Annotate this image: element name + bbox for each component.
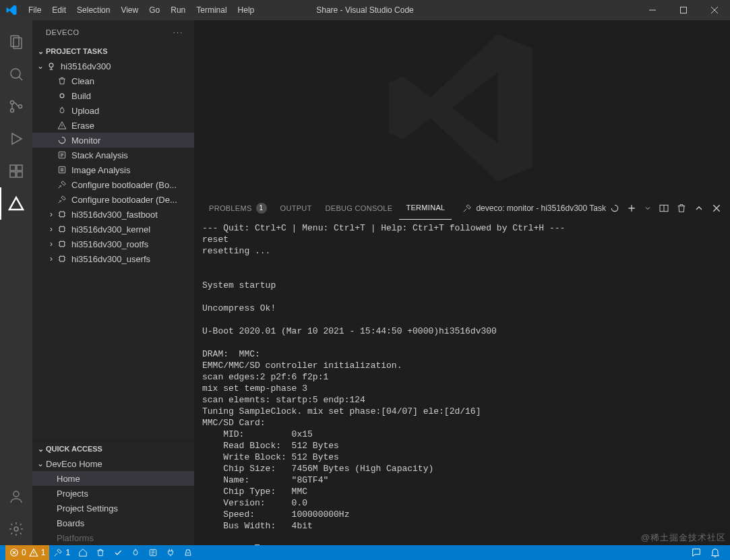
section-title: PROJECT TASKS — [46, 47, 107, 55]
flame-icon — [57, 105, 67, 116]
tab-problems[interactable]: PROBLEMS 1 — [202, 196, 274, 220]
split-terminal-icon[interactable] — [659, 203, 669, 214]
explorer-icon[interactable] — [0, 26, 32, 58]
deveco-icon[interactable] — [0, 187, 32, 220]
menu-terminal[interactable]: Terminal — [191, 0, 232, 20]
menu-selection[interactable]: Selection — [71, 0, 115, 20]
maximize-panel-icon[interactable] — [694, 203, 704, 214]
svg-point-13 — [49, 63, 53, 67]
status-home-icon[interactable] — [74, 545, 92, 560]
settings-gear-icon[interactable] — [0, 513, 32, 545]
subproject-rootfs[interactable]: › hi3516dv300_rootfs — [32, 237, 194, 251]
tab-output[interactable]: OUTPUT — [274, 196, 319, 220]
status-bell-icon[interactable] — [706, 545, 725, 560]
status-debug-icon[interactable] — [144, 545, 162, 560]
qa-boards[interactable]: Boards — [32, 516, 194, 530]
bottom-panel: PROBLEMS 1 OUTPUT DEBUG CONSOLE TERMINAL… — [194, 195, 730, 556]
maximize-button[interactable] — [668, 0, 699, 20]
svg-rect-7 — [10, 165, 16, 170]
menu-view[interactable]: View — [115, 0, 144, 20]
status-flame-icon[interactable] — [127, 545, 144, 560]
menu-go[interactable]: Go — [144, 0, 165, 20]
extensions-icon[interactable] — [0, 155, 32, 187]
terminal-task-label[interactable]: deveco: monitor - hi3516dv300 Task — [462, 204, 619, 213]
tab-debug-console[interactable]: DEBUG CONSOLE — [319, 196, 400, 220]
accounts-icon[interactable] — [0, 480, 32, 513]
chevron-right-icon: › — [46, 254, 57, 263]
quick-access-header[interactable]: ⌄ QUICK ACCESS — [32, 441, 194, 456]
list-icon — [57, 150, 67, 160]
status-plug-icon[interactable] — [162, 545, 179, 560]
chip-icon — [57, 224, 67, 235]
svg-point-4 — [11, 101, 14, 104]
project-tasks-header[interactable]: ⌄ PROJECT TASKS — [32, 44, 194, 59]
status-check-icon[interactable] — [109, 545, 127, 560]
status-feedback-icon[interactable] — [687, 545, 706, 560]
warning-count: 1 — [41, 548, 46, 557]
svg-rect-17 — [60, 212, 65, 217]
subproject-fastboot[interactable]: › hi3516dv300_fastboot — [32, 207, 194, 222]
close-button[interactable] — [699, 0, 730, 20]
chevron-down-icon: ⌄ — [35, 459, 46, 468]
sidebar-title: DEVECO — [46, 28, 79, 36]
more-icon[interactable]: ··· — [173, 28, 183, 36]
status-errors-warnings[interactable]: 0 1 — [5, 545, 49, 560]
close-panel-icon[interactable] — [711, 203, 722, 214]
task-image-analysis[interactable]: Image Analysis — [32, 162, 194, 177]
minimize-button[interactable] — [637, 0, 668, 20]
subproject-kernel[interactable]: › hi3516dv300_kernel — [32, 222, 194, 237]
tree-target[interactable]: ⌄ hi3516dv300 — [32, 59, 194, 73]
menu-file[interactable]: File — [23, 0, 47, 20]
status-target-icon[interactable] — [179, 545, 197, 560]
kill-terminal-icon[interactable] — [676, 203, 687, 214]
subproject-userfs[interactable]: › hi3516dv300_userfs — [32, 251, 194, 266]
menu-edit[interactable]: Edit — [47, 0, 71, 20]
task-upload[interactable]: Upload — [32, 103, 194, 118]
menu-run[interactable]: Run — [165, 0, 191, 20]
quick-access-group[interactable]: ⌄ DevEco Home — [32, 456, 194, 471]
tools-icon — [57, 194, 67, 205]
task-configure-bootloader-bo[interactable]: Configure bootloader (Bo... — [32, 177, 194, 192]
qa-platforms[interactable]: Platforms — [32, 530, 194, 545]
spinner-icon — [610, 204, 619, 213]
tab-label: PROBLEMS — [209, 204, 252, 212]
svg-rect-0 — [681, 7, 687, 13]
task-label: Configure bootloader (De... — [71, 195, 190, 205]
task-stack-analysis[interactable]: Stack Analysis — [32, 148, 194, 162]
menu-help[interactable]: Help — [233, 0, 260, 20]
qa-home[interactable]: Home — [32, 471, 194, 486]
task-label: Erase — [71, 121, 190, 131]
task-configure-bootloader-de[interactable]: Configure bootloader (De... — [32, 192, 194, 207]
chevron-down-icon: ⌄ — [35, 61, 46, 71]
qa-projects[interactable]: Projects — [32, 486, 194, 501]
task-label: Configure bootloader (Bo... — [71, 180, 190, 190]
target-icon — [46, 61, 57, 71]
chevron-down-icon: ⌄ — [35, 47, 46, 56]
tools-icon — [462, 204, 472, 213]
source-control-icon[interactable] — [0, 90, 32, 123]
task-label: Image Analysis — [71, 165, 190, 175]
problems-badge: 1 — [256, 203, 267, 214]
svg-point-12 — [14, 527, 18, 531]
svg-rect-20 — [60, 257, 65, 261]
search-icon[interactable] — [0, 58, 32, 90]
vscode-watermark-icon — [375, 20, 550, 195]
subproject-label: hi3516dv300_kernel — [71, 224, 190, 235]
task-clean[interactable]: Clean — [32, 73, 194, 88]
qa-project-settings[interactable]: Project Settings — [32, 501, 194, 516]
run-debug-icon[interactable] — [0, 123, 32, 155]
tab-terminal[interactable]: TERMINAL — [399, 196, 452, 220]
chevron-down-icon[interactable] — [644, 204, 652, 212]
error-icon — [9, 548, 19, 557]
qa-label: Boards — [57, 518, 190, 528]
new-terminal-icon[interactable] — [626, 203, 637, 214]
status-trash-icon[interactable] — [92, 545, 109, 560]
chevron-down-icon: ⌄ — [35, 445, 46, 454]
status-tools[interactable]: 1 — [49, 545, 74, 560]
task-build[interactable]: Build — [32, 88, 194, 103]
task-monitor[interactable]: Monitor — [32, 133, 194, 148]
task-erase[interactable]: Erase — [32, 118, 194, 133]
terminal-output[interactable]: --- Quit: Ctrl+C | Menu: Ctrl+T | Help: … — [194, 220, 730, 556]
task-label: Monitor — [71, 135, 190, 146]
task-label: Build — [71, 91, 190, 101]
